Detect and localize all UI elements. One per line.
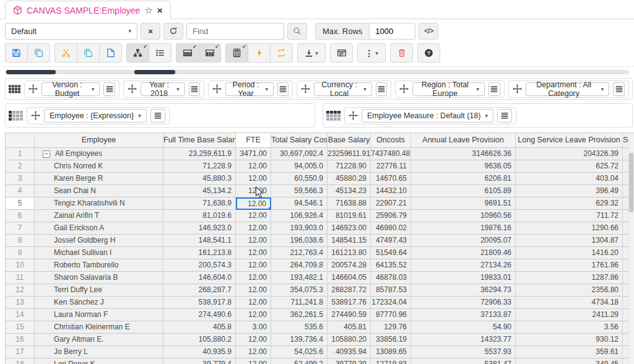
employee-cell[interactable]: Christian Kleinerman E <box>35 321 163 334</box>
value-cell[interactable]: 200,574.3 <box>163 259 236 272</box>
panel-splitter[interactable] <box>5 70 629 74</box>
refresh-view-button[interactable] <box>163 23 183 40</box>
value-cell[interactable]: 21809.46 <box>411 247 516 259</box>
filter-dropdown-currency[interactable]: Currency : Local ▾ <box>314 82 372 96</box>
value-cell[interactable]: 105,880.2 <box>163 334 236 346</box>
more-options-button[interactable]: ⋮ ▾ <box>357 43 386 63</box>
move-icon[interactable] <box>128 84 137 93</box>
value-cell[interactable]: 146,923.0 <box>163 222 236 235</box>
employee-cell[interactable]: −All Employees <box>35 148 163 160</box>
value-cell[interactable]: 3.56 <box>516 321 623 334</box>
row-number-cell[interactable]: 13 <box>6 297 35 309</box>
favorite-star-icon[interactable]: ☆ <box>144 6 152 15</box>
value-cell[interactable]: 19833.01 <box>411 272 516 284</box>
member-list-button[interactable] <box>376 82 387 96</box>
splitter-handle[interactable] <box>134 70 175 74</box>
value-cell[interactable]: 204326.39 <box>516 148 623 160</box>
employee-cell[interactable]: Michael Sullivan I <box>35 247 163 259</box>
value-cell[interactable]: 39,779.4 <box>163 358 236 364</box>
calculator-button[interactable]: ✓ <box>225 43 248 63</box>
column-header-oncosts[interactable]: Oncosts <box>371 133 411 148</box>
row-number-cell[interactable]: 12 <box>6 284 35 297</box>
value-cell[interactable]: 45880.28 <box>328 173 371 185</box>
value-cell[interactable]: 12.00 <box>236 272 271 284</box>
value-cell[interactable]: 12.00 <box>236 259 271 272</box>
member-list-button[interactable] <box>489 82 500 96</box>
value-cell[interactable]: 33856.19 <box>371 334 411 346</box>
row-number-cell[interactable]: 5 <box>6 197 35 210</box>
value-cell[interactable]: 85787.53 <box>371 284 411 297</box>
value-cell[interactable]: 12.00 <box>236 284 271 297</box>
value-cell[interactable]: 105880.20 <box>328 334 371 346</box>
copy-document-button[interactable] <box>77 43 100 63</box>
employee-cell[interactable]: Ken Sánchez J <box>35 297 163 309</box>
move-icon[interactable] <box>31 111 40 120</box>
employee-cell[interactable]: Karen Berge R <box>35 173 163 185</box>
value-cell[interactable]: 12.00 <box>236 346 271 358</box>
member-list-button[interactable] <box>189 82 200 96</box>
value-cell[interactable]: 359.61 <box>516 346 623 358</box>
value-cell[interactable]: 47497.43 <box>371 235 411 247</box>
value-cell[interactable]: 3146626.36 <box>411 148 516 160</box>
value-cell[interactable]: 1304.87 <box>516 235 623 247</box>
value-cell[interactable]: 12.00 <box>236 334 271 346</box>
value-cell[interactable]: 54.90 <box>411 321 516 334</box>
max-rows-input[interactable] <box>370 24 415 39</box>
column-header-base-salary[interactable]: Base Salary <box>328 133 371 148</box>
value-cell[interactable]: 59,566.3 <box>271 185 328 197</box>
view-select[interactable]: Default ▾ <box>5 23 137 40</box>
value-cell[interactable]: 45134.23 <box>328 185 371 197</box>
fill-handle[interactable] <box>268 207 271 210</box>
value-cell[interactable]: 12.00 <box>236 210 271 222</box>
employee-cell[interactable]: Roberto Tamburello <box>35 259 163 272</box>
value-cell[interactable]: 12.00 <box>236 222 271 235</box>
column-header-annual-leave-provision[interactable]: Annual Leave Provision <box>411 133 516 148</box>
row-number-cell[interactable]: 16 <box>6 334 35 346</box>
clear-view-button[interactable]: × <box>141 23 160 40</box>
value-cell[interactable]: 405.8 <box>163 321 236 334</box>
employee-cell[interactable]: Sharon Salavaria B <box>35 272 163 284</box>
value-cell[interactable]: 161,213.8 <box>163 247 236 259</box>
value-cell[interactable]: 94,546.1 <box>271 197 328 210</box>
employee-cell[interactable]: Laura Norman F <box>35 309 163 321</box>
columns-dimension-dropdown[interactable]: Employee Measure : Default (18) ▾ <box>362 109 493 123</box>
value-cell[interactable]: 40,935.9 <box>163 346 236 358</box>
copy-button[interactable] <box>27 43 50 63</box>
value-cell[interactable]: 30,697,092.4 <box>271 148 328 160</box>
value-cell[interactable]: 3.00 <box>236 321 271 334</box>
value-cell[interactable]: 6206.81 <box>411 173 516 185</box>
value-cell[interactable]: 2411.29 <box>516 309 623 321</box>
value-cell[interactable]: 71,228.9 <box>163 160 236 173</box>
value-cell[interactable]: 54,025.6 <box>271 346 328 358</box>
column-header-total-salary-costs[interactable]: Total Salary Costs <box>271 133 328 148</box>
value-cell[interactable]: 60,550.9 <box>271 173 328 185</box>
employee-cell[interactable]: Gail Erickson A <box>35 222 163 235</box>
value-cell[interactable]: 27134.26 <box>411 259 516 272</box>
form-view-button[interactable] <box>330 43 353 63</box>
employee-cell[interactable]: Jo Berry L <box>35 346 163 358</box>
find-input[interactable] <box>186 23 284 40</box>
row-number-cell[interactable]: 11 <box>6 272 35 284</box>
row-number-cell[interactable]: 8 <box>6 235 35 247</box>
search-button[interactable] <box>287 23 307 40</box>
save-button[interactable] <box>5 43 28 63</box>
value-cell[interactable]: 14323.77 <box>411 334 516 346</box>
value-cell[interactable]: 23,259,611.9 <box>163 148 236 160</box>
delete-button[interactable] <box>390 43 413 63</box>
value-cell[interactable]: 405.81 <box>328 321 371 334</box>
move-icon[interactable] <box>399 84 409 93</box>
row-number-cell[interactable]: 18 <box>6 358 35 364</box>
move-icon[interactable] <box>28 84 38 93</box>
value-cell[interactable]: 6105.89 <box>411 185 516 197</box>
value-cell[interactable]: 7437480.48 <box>371 148 411 160</box>
value-cell[interactable]: 81019.61 <box>328 210 371 222</box>
row-number-cell[interactable]: 2 <box>6 160 35 173</box>
collapse-icon[interactable]: − <box>43 150 50 158</box>
column-header-full-time-base-salary[interactable]: Full Time Base Salary <box>163 133 236 148</box>
employee-cell[interactable]: Sean Chai N <box>35 185 163 197</box>
value-cell[interactable]: 1290.66 <box>516 222 623 235</box>
value-cell[interactable]: 106,926.4 <box>271 210 328 222</box>
paste-button[interactable] <box>99 43 122 63</box>
value-cell[interactable]: 71228.90 <box>328 160 371 173</box>
lightning-button[interactable] <box>248 43 271 63</box>
